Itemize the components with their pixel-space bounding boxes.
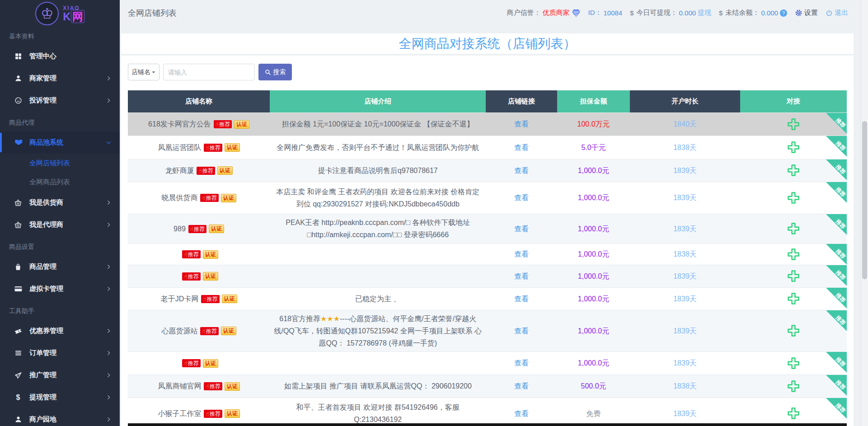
table-row: ☝推荐认证查看1,000.0元1838天推荐 <box>128 243 847 265</box>
table-row: 989☝推荐认证PEAK王者 http://peaknb.cccpan.com/… <box>128 214 847 243</box>
sidebar-item-推广管理[interactable]: 推广管理 <box>0 364 120 386</box>
guarantee-amount: 1,000.0元 <box>578 359 609 367</box>
account-age: 1838天 <box>673 144 697 151</box>
certified-badge: 认证 <box>203 359 218 368</box>
view-link[interactable]: 查看 <box>514 382 529 390</box>
connect-plus-icon[interactable] <box>787 140 800 154</box>
sidebar-item-商家管理[interactable]: 商家管理 <box>0 67 120 89</box>
account-age-cell: 1838天 <box>630 136 740 159</box>
sidebar-item-我是代理商[interactable]: 我是代理商 <box>0 214 120 236</box>
sidebar-item-商户园地[interactable]: 商户园地 <box>0 408 120 426</box>
table-row: 老于JD卡网☝推荐认证已稳定为主 、查看1,000.0元1839天推荐 <box>128 287 847 310</box>
view-link[interactable]: 查看 <box>514 295 529 303</box>
column-header-店铺名称: 店铺名称 <box>128 90 270 112</box>
view-link[interactable]: 查看 <box>514 272 529 280</box>
sidebar-item-订单管理[interactable]: 订单管理 <box>0 342 120 364</box>
connect-plus-icon[interactable] <box>787 191 800 205</box>
guarantee-amount-cell: 100.0万元 <box>557 112 630 136</box>
withdraw-link[interactable]: 提现 <box>698 9 711 17</box>
account-age: 1839天 <box>673 327 697 335</box>
connect-plus-icon[interactable] <box>787 356 800 370</box>
sidebar-item-提现管理[interactable]: $提现管理 <box>0 386 120 408</box>
dollar-icon: $ <box>630 9 633 17</box>
view-link[interactable]: 查看 <box>514 327 529 335</box>
shop-list-card: 店铺名 搜索 店铺名称店铺介绍店铺链接担保金额开户时长对接 618发卡网官方公告… <box>121 56 854 426</box>
table-row: ☝推荐认证查看1,000.0元1839天推荐 <box>128 351 847 375</box>
basket-icon <box>14 199 23 207</box>
help-icon[interactable]: ? <box>780 9 787 17</box>
chevron-right-icon <box>106 222 112 228</box>
view-link[interactable]: 查看 <box>514 250 529 258</box>
connect-plus-icon[interactable] <box>787 407 800 420</box>
view-link[interactable]: 查看 <box>514 144 529 151</box>
connect-plus-icon[interactable] <box>787 379 800 393</box>
table-row: ☝推荐认证查看1,000.0元1839天推荐 <box>128 265 847 287</box>
guarantee-amount-cell: 1,000.0元 <box>557 159 630 182</box>
bottom-cutoff-strip <box>128 423 847 426</box>
certified-badge: 认证 <box>225 382 240 391</box>
view-link[interactable]: 查看 <box>514 359 529 367</box>
sidebar-item-虚拟卡管理[interactable]: 虚拟卡管理 <box>0 278 120 300</box>
guarantee-amount: 1,000.0元 <box>578 167 609 174</box>
view-link[interactable]: 查看 <box>514 120 529 128</box>
dollar-icon: $ <box>14 394 23 401</box>
logout-button[interactable]: 退出 <box>826 9 848 17</box>
withdrawable-today: $ 今日可提现： 0.000 提现 <box>630 9 711 17</box>
sidebar-item-label: 订单管理 <box>29 349 56 357</box>
sidebar-item-投诉管理[interactable]: 投诉管理 <box>0 89 120 112</box>
diamond-icon <box>572 9 581 17</box>
connect-plus-icon[interactable] <box>787 269 800 283</box>
thumbs-up-icon: ☝ <box>216 121 219 127</box>
search-input[interactable] <box>163 64 255 80</box>
shop-link-cell: 查看 <box>486 287 557 310</box>
sidebar-subitem-全网商品列表[interactable]: 全网商品列表 <box>0 173 120 192</box>
connect-plus-icon[interactable] <box>787 117 800 131</box>
settings-button[interactable]: 设置 <box>795 9 818 17</box>
connect-plus-icon[interactable] <box>787 292 800 305</box>
id-label: ID： <box>588 9 602 17</box>
shop-name: 小猴子工作室 <box>158 410 201 417</box>
shop-intro: 提卡注意看商品说明售后q978078617 <box>270 159 486 182</box>
connect-plus-icon[interactable] <box>787 222 800 235</box>
certified-badge: 认证 <box>217 166 233 175</box>
search-field-select[interactable]: 店铺名 <box>128 64 160 80</box>
shop-intro: 如需上架项目 推广项目 请联系凤凰运营QQ： 2906019200 <box>270 375 486 398</box>
table-row: 龙虾商厦☝推荐认证提卡注意看商品说明售后q978078617查看1,000.0元… <box>128 159 847 182</box>
shop-intro <box>270 243 486 265</box>
sidebar-item-商品管理[interactable]: 商品管理 <box>0 256 120 278</box>
shop-table-body: 618发卡网官方公告☝推荐认证担保金额 1元=100保证金 10元=1000保证… <box>128 112 847 426</box>
reputation-value: 优质商家 <box>543 9 570 17</box>
shop-name-cell: 989☝推荐认证 <box>128 214 270 243</box>
connect-plus-icon[interactable] <box>787 324 800 337</box>
view-link[interactable]: 查看 <box>514 225 529 233</box>
page-scrollbar-thumb[interactable] <box>862 121 867 279</box>
view-link[interactable]: 查看 <box>514 410 529 417</box>
shop-link-cell: 查看 <box>486 398 557 426</box>
recommend-badge: ☝推荐 <box>182 272 200 281</box>
list-icon <box>14 349 23 357</box>
account-age: 1839天 <box>673 194 697 201</box>
recommend-badge: ☝推荐 <box>182 359 200 367</box>
search-button[interactable]: 搜索 <box>258 64 292 80</box>
shop-table: 店铺名称店铺介绍店铺链接担保金额开户时长对接 618发卡网官方公告☝推荐认证担保… <box>128 90 847 426</box>
sidebar-item-管理中心[interactable]: 管理中心 <box>0 45 120 67</box>
page-scrollbar-track[interactable] <box>861 0 868 426</box>
sidebar-nav: 基本资料管理中心商家管理投诉管理商品代理商品池系统全网店铺列表全网商品列表我是供… <box>0 25 120 426</box>
connect-plus-icon[interactable] <box>787 248 800 261</box>
sidebar-subitem-全网店铺列表[interactable]: 全网店铺列表 <box>0 154 120 173</box>
sidebar-section-label: 商品代理 <box>0 112 120 131</box>
shop-link-cell: 查看 <box>486 112 557 136</box>
thumbs-up-icon: ☝ <box>206 411 209 417</box>
sidebar-item-商品池系统[interactable]: 商品池系统 <box>0 131 120 154</box>
logout-label: 退出 <box>835 9 848 17</box>
view-link[interactable]: 查看 <box>514 194 529 201</box>
ticket-icon <box>14 327 23 335</box>
sidebar-item-优惠券管理[interactable]: 优惠券管理 <box>0 320 120 342</box>
chevron-right-icon <box>106 417 112 422</box>
sidebar-item-我是供货商[interactable]: 我是供货商 <box>0 192 120 214</box>
shop-name: 989 <box>174 225 186 233</box>
chevron-down-icon <box>106 140 112 145</box>
power-icon <box>826 9 833 17</box>
view-link[interactable]: 查看 <box>514 167 529 174</box>
connect-plus-icon[interactable] <box>787 164 800 177</box>
